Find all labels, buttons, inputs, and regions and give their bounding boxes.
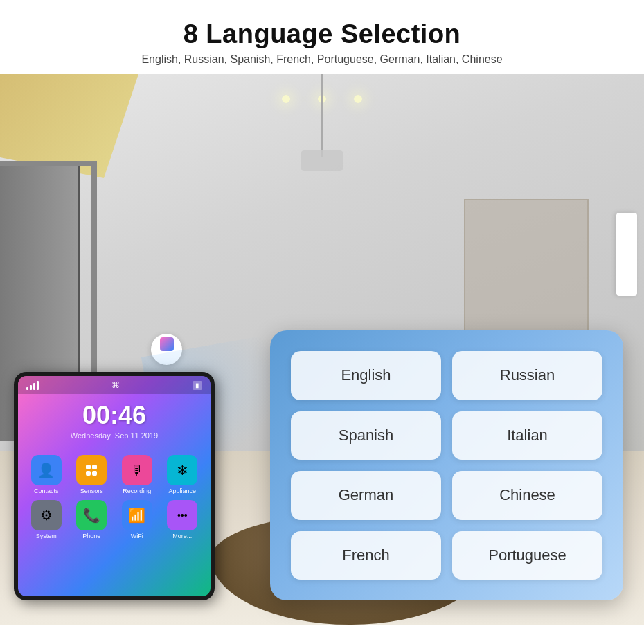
app-appliance[interactable]: ❄ Appliance: [163, 455, 203, 494]
svg-rect-1: [92, 465, 97, 469]
more-label: More...: [172, 533, 192, 539]
system-label: System: [36, 533, 57, 539]
subtitle: English, Russian, Spanish, French, Portu…: [14, 53, 630, 66]
phone-day: Wednesday Sep 11 2019: [18, 431, 211, 440]
app-wifi[interactable]: 📶 WiFi: [117, 500, 157, 539]
wifi-label: WiFi: [131, 533, 143, 539]
lang-chinese[interactable]: Chinese: [452, 471, 602, 520]
recording-label: Recording: [123, 488, 151, 494]
phone-device: ⌘ ▮ 00:46 Wednesday Sep 11 2019 👤 Contac…: [14, 372, 215, 600]
phone-icon: 📞: [76, 500, 107, 530]
system-icon: ⚙: [31, 500, 62, 530]
contacts-icon: 👤: [31, 455, 62, 485]
page-title: 8 Language Selection: [14, 19, 630, 49]
app-contacts[interactable]: 👤 Contacts: [26, 455, 66, 494]
svg-rect-3: [92, 471, 97, 476]
ceiling-light-3: [354, 95, 362, 103]
app-recording[interactable]: 🎙 Recording: [117, 455, 157, 494]
lang-english[interactable]: English: [291, 351, 441, 400]
svg-rect-2: [86, 471, 91, 476]
scene: ⌘ ▮ 00:46 Wednesday Sep 11 2019 👤 Contac…: [0, 74, 644, 625]
hanging-light-fixture: [301, 150, 343, 171]
signal-icon: [26, 381, 39, 390]
lang-russian[interactable]: Russian: [452, 351, 602, 400]
battery-icon: ▮: [193, 381, 202, 390]
appliance-icon: ❄: [167, 455, 197, 485]
lang-french[interactable]: French: [291, 531, 441, 580]
ceiling-light-1: [282, 95, 290, 103]
svg-rect-0: [86, 465, 91, 469]
recording-icon: 🎙: [122, 455, 152, 485]
sensors-label: Sensors: [80, 488, 103, 494]
lang-italian[interactable]: Italian: [452, 411, 602, 460]
app-sensors[interactable]: Sensors: [72, 455, 112, 494]
phone-time: 00:46: [18, 401, 211, 430]
app-more[interactable]: ••• More...: [163, 500, 203, 539]
lang-spanish[interactable]: Spanish: [291, 411, 441, 460]
phone-label: Phone: [82, 533, 100, 539]
app-grid: 👤 Contacts Sensors 🎙: [18, 447, 211, 548]
right-wall-panel: [616, 213, 637, 296]
sensors-icon: [76, 455, 107, 485]
hanging-light-cord: [321, 74, 323, 157]
wifi-icon: ⌘: [111, 380, 120, 390]
phone-screen: ⌘ ▮ 00:46 Wednesday Sep 11 2019 👤 Contac…: [18, 376, 211, 596]
lang-german[interactable]: German: [291, 471, 441, 520]
lang-portuguese[interactable]: Portuguese: [452, 531, 602, 580]
language-panel: English Russian Spanish Italian German C…: [270, 330, 623, 600]
more-icon: •••: [167, 500, 197, 530]
app-system[interactable]: ⚙ System: [26, 500, 66, 539]
contacts-label: Contacts: [34, 488, 59, 494]
page-header: 8 Language Selection English, Russian, S…: [0, 0, 644, 74]
app-phone[interactable]: 📞 Phone: [72, 500, 112, 539]
appliance-label: Appliance: [168, 488, 196, 494]
wifi-app-icon: 📶: [122, 500, 152, 530]
language-grid: English Russian Spanish Italian German C…: [291, 351, 602, 580]
phone-status-bar: ⌘ ▮: [18, 376, 211, 394]
